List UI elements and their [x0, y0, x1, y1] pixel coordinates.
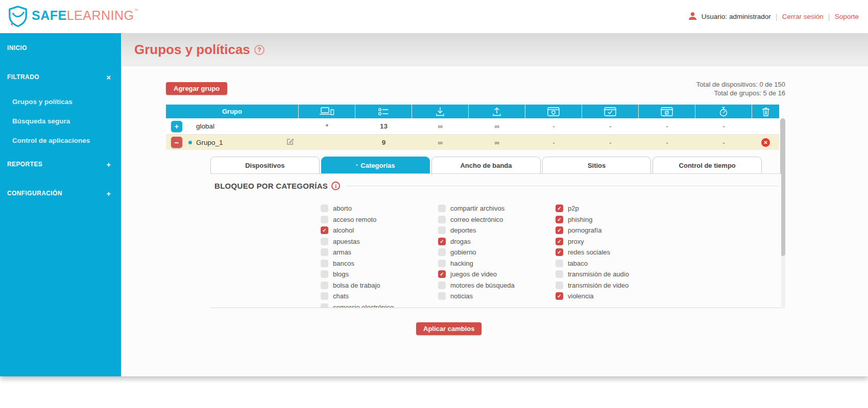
devices-icon — [299, 105, 355, 118]
separator: | — [776, 12, 778, 21]
category-checkbox[interactable]: ✓ — [321, 226, 328, 234]
tab-control-de-tiempo[interactable]: Control de tiempo — [653, 157, 762, 173]
category-item[interactable]: acceso remoto — [321, 214, 436, 225]
sidebar-item-reportes[interactable]: REPORTES + — [0, 160, 121, 169]
categories-heading-row: BLOQUEO POR CATEGORÍAS i — [214, 182, 778, 190]
download-cell: ∞ — [412, 139, 469, 146]
help-icon[interactable]: ? — [254, 45, 264, 55]
category-item[interactable]: armas — [321, 247, 436, 258]
category-checkbox[interactable]: ✓ — [556, 226, 563, 234]
category-checkbox[interactable] — [438, 205, 446, 212]
category-item[interactable]: hacking — [438, 258, 553, 269]
category-item[interactable]: deportes — [438, 225, 553, 236]
category-label: noticias — [450, 292, 473, 300]
category-item[interactable]: blogs — [321, 269, 436, 280]
logo[interactable]: SAFELEARNING™ — [7, 4, 138, 30]
category-checkbox[interactable]: ✓ — [556, 205, 563, 212]
category-item[interactable]: bolsa de trabajo — [321, 280, 436, 291]
user-label: Usuario: — [702, 13, 727, 20]
category-label: armas — [333, 248, 351, 256]
category-checkbox[interactable] — [438, 216, 446, 223]
category-checkbox[interactable] — [321, 292, 328, 300]
category-checkbox[interactable] — [438, 260, 446, 267]
category-checkbox[interactable]: ✓ — [438, 270, 446, 278]
category-checkbox[interactable] — [321, 216, 328, 223]
tab-dispositivos[interactable]: Dispositivos — [210, 157, 320, 173]
category-item[interactable]: ✓redes sociales — [556, 247, 670, 258]
info-icon[interactable]: i — [331, 182, 340, 190]
category-item[interactable]: noticias — [438, 291, 553, 302]
sidebar-item-busqueda-segura[interactable]: Búsqueda segura — [0, 116, 121, 125]
support-link[interactable]: Soporte — [835, 13, 859, 20]
category-item[interactable]: ✓p2p — [556, 203, 670, 214]
category-item[interactable]: compartir archivos — [438, 203, 553, 214]
category-item[interactable]: aborto — [321, 203, 436, 214]
category-item[interactable]: ✓pornografía — [556, 225, 670, 236]
category-checkbox[interactable] — [321, 282, 328, 289]
sidebar-item-configuracion[interactable]: CONFIGURACIÓN + — [0, 189, 121, 198]
collapse-icon[interactable]: × — [106, 73, 111, 81]
category-item[interactable]: ✓alcohol — [321, 225, 436, 236]
category-item[interactable]: ✓phishing — [556, 214, 670, 225]
category-checkbox[interactable] — [556, 282, 563, 289]
logout-link[interactable]: Cerrar sesión — [782, 13, 824, 20]
category-checkbox[interactable]: ✓ — [556, 292, 563, 300]
category-item[interactable]: ✓violencia — [556, 291, 670, 302]
total-devices: Total de dispositivos: 0 de 150 — [696, 80, 785, 89]
category-checkbox[interactable] — [556, 270, 563, 278]
delete-group-icon[interactable]: ✕ — [761, 138, 770, 147]
sidebar-item-grupos-y-politicas[interactable]: Grupos y políticas — [0, 97, 121, 106]
sidebar-item-filtrado[interactable]: FILTRADO × — [0, 72, 121, 82]
sidebar-item-label: CONFIGURACIÓN — [7, 190, 62, 197]
apply-changes-button[interactable]: Aplicar cambios — [416, 322, 481, 335]
groups-table: Grupo — [166, 105, 779, 150]
category-item[interactable]: transmisión de audio — [556, 269, 670, 280]
tab-sitios[interactable]: Sitios — [542, 157, 652, 173]
tab-ancho-de-banda[interactable]: Ancho de banda — [431, 157, 541, 173]
expand-icon[interactable]: + — [106, 161, 111, 168]
upload-cell: ∞ — [469, 139, 525, 146]
category-item[interactable]: tabaco — [556, 258, 670, 269]
category-item[interactable]: comercio electrónico — [321, 302, 436, 309]
sidebar-item-inicio[interactable]: INICIO — [0, 43, 121, 53]
tab-categorias[interactable]: •Categorías — [321, 157, 430, 173]
category-item[interactable]: ✓drogas — [438, 236, 553, 247]
category-checkbox[interactable] — [438, 292, 446, 300]
add-group-button[interactable]: Agregar grupo — [166, 82, 227, 95]
edit-group-icon[interactable] — [286, 138, 294, 147]
category-item[interactable]: ✓proxy — [556, 236, 670, 247]
category-checkbox[interactable] — [438, 282, 446, 289]
category-checkbox[interactable] — [321, 248, 328, 256]
expand-icon[interactable]: + — [106, 190, 111, 197]
sidebar-item-control-de-aplicaciones[interactable]: Control de aplicaciones — [0, 136, 121, 145]
category-checkbox[interactable] — [438, 226, 446, 234]
title-band: Grupos y políticas ? — [121, 33, 868, 66]
category-checkbox[interactable]: ✓ — [438, 238, 446, 245]
category-item[interactable]: ✓juegos de video — [438, 269, 553, 280]
category-checkbox[interactable] — [321, 303, 328, 308]
category-checkbox[interactable] — [556, 260, 563, 267]
separator: | — [828, 12, 830, 21]
expand-row-button[interactable]: + — [171, 121, 182, 132]
collapse-row-button[interactable]: − — [171, 137, 182, 148]
category-item[interactable]: chats — [321, 291, 436, 302]
category-checkbox[interactable] — [321, 260, 328, 267]
top-bar: SAFELEARNING™ Usuario: administrador | C… — [0, 0, 868, 33]
category-item[interactable]: correo electrónico — [438, 214, 553, 225]
category-checkbox[interactable] — [321, 205, 328, 212]
blocked-cell: - — [639, 139, 695, 146]
category-checkbox[interactable] — [321, 238, 328, 245]
category-item[interactable]: bancos — [321, 258, 436, 269]
group-cell: + global — [166, 121, 299, 132]
category-item[interactable]: transmisión de video — [556, 280, 670, 291]
category-label: redes sociales — [568, 248, 610, 256]
category-item[interactable]: apuestas — [321, 236, 436, 247]
category-checkbox[interactable]: ✓ — [556, 238, 563, 245]
category-item[interactable]: gobierno — [438, 247, 553, 258]
tab-label: Categorías — [360, 162, 395, 169]
category-item[interactable]: motores de búsqueda — [438, 280, 553, 291]
category-checkbox[interactable] — [438, 248, 446, 256]
category-checkbox[interactable]: ✓ — [556, 248, 563, 256]
category-checkbox[interactable] — [321, 270, 328, 278]
category-checkbox[interactable]: ✓ — [556, 216, 563, 223]
